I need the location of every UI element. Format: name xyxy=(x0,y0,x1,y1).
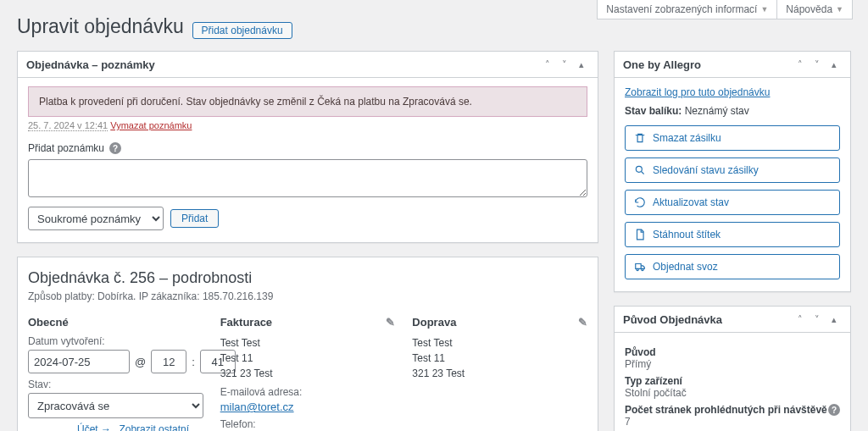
svg-point-1 xyxy=(637,268,638,270)
toggle-icon[interactable]: ▴ xyxy=(826,57,842,72)
note-type-select[interactable]: Soukromé poznámky xyxy=(28,207,164,230)
order-details-box: Objednávka č. 256 – podrobnosti Způsob p… xyxy=(17,257,598,431)
edit-shipping-icon[interactable]: ✎ xyxy=(578,316,587,329)
note-textarea[interactable] xyxy=(28,159,587,197)
page-title: Upravit objednávku xyxy=(17,15,184,38)
billing-name: Test Test xyxy=(220,335,396,351)
order-note-entry: Platba k provedení při doručení. Stav ob… xyxy=(28,86,587,117)
shipping-name: Test Test xyxy=(412,335,587,351)
phone-label: Telefon: xyxy=(220,418,396,430)
help-icon[interactable]: ? xyxy=(828,404,840,416)
screen-options-tab[interactable]: Nastavení zobrazených informací ▼ xyxy=(597,0,777,19)
at-symbol: @ xyxy=(135,356,146,368)
chevron-up-icon[interactable]: ˄ xyxy=(793,57,808,72)
allegro-box: One by Allegro ˄ ˅ ▴ Zobrazit log pro tu… xyxy=(614,51,851,292)
show-log-link[interactable]: Zobrazit log pro tuto objednávku xyxy=(625,86,770,98)
chevron-down-icon: ▼ xyxy=(836,5,843,14)
origin-box: Původ Objednávka ˄ ˅ ▴ Původ Přímý Typ z… xyxy=(614,306,851,431)
add-order-button[interactable]: Přidat objednávku xyxy=(192,22,292,39)
screen-options-label: Nastavení zobrazených informací xyxy=(606,3,757,15)
download-label-button[interactable]: Stáhnout štítek xyxy=(625,222,840,247)
chevron-up-icon[interactable]: ˄ xyxy=(793,312,808,327)
chevron-down-icon[interactable]: ˅ xyxy=(810,312,825,327)
email-label: E-mailová adresa: xyxy=(220,386,396,398)
truck-icon xyxy=(634,261,646,273)
delete-note-link[interactable]: Vymazat poznámku xyxy=(110,120,192,130)
search-icon xyxy=(634,164,646,176)
track-shipment-button[interactable]: Sledování stavu zásilky xyxy=(625,157,840,183)
help-label: Nápověda xyxy=(786,3,832,15)
billing-line1: Test 11 xyxy=(220,351,396,366)
date-input[interactable] xyxy=(28,350,130,373)
device-value: Stolní počítač xyxy=(625,387,840,399)
delete-shipment-button[interactable]: Smazat zásilku xyxy=(625,125,840,151)
origin-label: Původ xyxy=(625,346,840,358)
note-timestamp[interactable]: 25. 7. 2024 v 12:41 xyxy=(28,120,108,131)
shipping-line2: 321 23 Test xyxy=(412,366,587,381)
svg-point-0 xyxy=(636,166,642,172)
help-icon[interactable]: ? xyxy=(109,142,121,154)
device-label: Typ zařízení xyxy=(625,375,840,387)
add-note-button[interactable]: Přidat xyxy=(170,209,219,228)
shipping-line1: Test 11 xyxy=(412,351,587,366)
pages-label: Počet stránek prohlédnutých při návštěvě xyxy=(625,404,827,416)
order-details-subtitle: Způsob platby: Dobírka. IP zákazníka: 18… xyxy=(28,290,587,302)
billing-line2: 321 23 Test xyxy=(220,366,396,381)
billing-email[interactable]: milan@toret.cz xyxy=(220,401,294,413)
package-status-value: Neznámý stav xyxy=(685,105,749,117)
general-column: Obecné Datum vytvoření: @ : Stav: xyxy=(28,316,203,431)
origin-title: Původ Objednávka xyxy=(623,313,722,326)
add-note-label: Přidat poznámku xyxy=(28,142,104,154)
help-tab[interactable]: Nápověda ▼ xyxy=(776,0,853,19)
general-heading: Obecné xyxy=(28,316,203,329)
date-created-label: Datum vytvoření: xyxy=(28,335,203,347)
order-pickup-button[interactable]: Objednat svoz xyxy=(625,254,840,279)
order-notes-box: Objednávka – poznámky ˄ ˅ ▴ Platba k pro… xyxy=(17,51,598,243)
status-label: Stav: xyxy=(28,379,203,390)
refresh-icon xyxy=(634,196,646,208)
toggle-icon[interactable]: ▴ xyxy=(826,312,842,327)
profile-link[interactable]: Účet → xyxy=(77,423,111,431)
origin-value: Přímý xyxy=(625,358,840,370)
pages-value: 7 xyxy=(625,416,840,428)
billing-column: Fakturace ✎ Test Test Test 11 321 23 Tes… xyxy=(220,316,396,431)
order-details-title: Objednávka č. 256 – podrobnosti xyxy=(28,269,587,287)
chevron-down-icon: ▼ xyxy=(760,5,768,14)
chevron-up-icon[interactable]: ˄ xyxy=(540,57,555,72)
refresh-status-button[interactable]: Aktualizovat stav xyxy=(625,190,840,215)
edit-billing-icon[interactable]: ✎ xyxy=(386,316,395,329)
order-notes-title: Objednávka – poznámky xyxy=(26,58,155,71)
shipping-column: Doprava ✎ Test Test Test 11 321 23 Test xyxy=(412,316,587,431)
status-select[interactable]: Zpracovává se xyxy=(28,393,203,418)
svg-point-2 xyxy=(642,268,643,270)
shipping-heading: Doprava xyxy=(412,316,456,329)
allegro-title: One by Allegro xyxy=(623,58,701,71)
hour-input[interactable] xyxy=(151,350,186,373)
billing-heading: Fakturace xyxy=(220,316,272,329)
document-icon xyxy=(634,229,646,240)
toggle-icon[interactable]: ▴ xyxy=(574,57,589,72)
trash-icon xyxy=(634,132,646,144)
chevron-down-icon[interactable]: ˅ xyxy=(810,57,825,72)
chevron-down-icon[interactable]: ˅ xyxy=(557,57,572,72)
